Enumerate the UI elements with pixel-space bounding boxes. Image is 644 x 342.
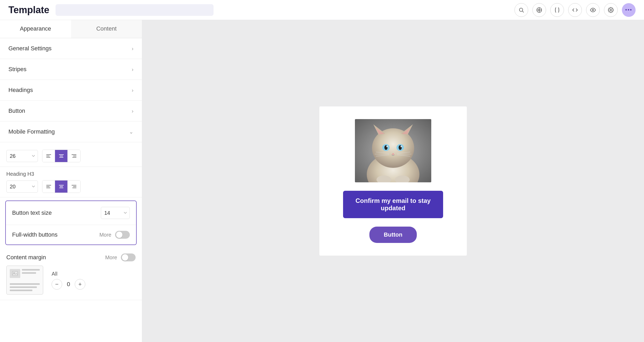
- content-margin-more-label: More: [105, 255, 117, 261]
- thumb-lines-top: [22, 269, 40, 274]
- button-text-size-label: Button text size: [12, 209, 52, 216]
- h3-align-right-button[interactable]: [68, 180, 80, 193]
- eye-icon-button[interactable]: [586, 3, 600, 17]
- confirm-email-button[interactable]: Confirm my email to stay updated: [343, 191, 443, 218]
- align-right-button[interactable]: [68, 150, 80, 162]
- margin-controls: All − 0 +: [6, 266, 136, 295]
- left-panel: Appearance Content General Settings › St…: [0, 20, 142, 342]
- above-h3-align-buttons: [42, 150, 81, 162]
- search-icon-button[interactable]: [514, 3, 528, 17]
- cat-svg: [355, 119, 431, 182]
- code-icon-button[interactable]: [568, 3, 582, 17]
- above-h3-size-select[interactable]: 26: [6, 150, 38, 162]
- content-margin-label: Content margin: [6, 254, 46, 261]
- grid-settings-icon-button[interactable]: [532, 3, 546, 17]
- preview-card: Confirm my email to stay updated Button: [319, 106, 467, 256]
- cat-image: [355, 119, 431, 182]
- settings-list: General Settings › Stripes › Headings › …: [0, 38, 142, 342]
- full-width-toggle[interactable]: [115, 231, 130, 239]
- all-label: All: [52, 271, 85, 277]
- tab-content[interactable]: Content: [71, 20, 142, 38]
- thumb-lines-bottom: [10, 283, 40, 291]
- settings-item-general[interactable]: General Settings ›: [0, 38, 142, 59]
- svg-point-3: [538, 9, 540, 11]
- above-h3-section: 26: [0, 142, 142, 167]
- svg-point-0: [519, 8, 523, 11]
- header: Template •••: [0, 0, 644, 20]
- h3-size-select[interactable]: 20: [6, 180, 38, 193]
- search-bar[interactable]: [56, 4, 214, 16]
- stepper-decrement-button[interactable]: −: [52, 279, 62, 290]
- svg-line-1: [522, 11, 524, 12]
- h3-align-buttons: [42, 180, 81, 193]
- header-icons: •••: [514, 3, 636, 17]
- svg-rect-28: [12, 271, 18, 276]
- h3-align-left-button[interactable]: [42, 180, 55, 193]
- full-width-buttons-label: Full-width buttons: [12, 231, 57, 238]
- svg-point-42: [386, 146, 388, 147]
- svg-point-8: [592, 9, 594, 11]
- h3-align-center-button[interactable]: [55, 180, 68, 193]
- content-margin-controls: More: [105, 253, 136, 261]
- gear-icon-button[interactable]: [604, 3, 618, 17]
- main-layout: Appearance Content General Settings › St…: [0, 20, 644, 342]
- button-text-size-controls: 14: [101, 207, 130, 219]
- margin-thumbnail: [6, 266, 43, 295]
- chevron-right-icon: ›: [132, 46, 133, 52]
- settings-item-stripes[interactable]: Stripes ›: [0, 59, 142, 80]
- heading-h3-section: Heading H3 20: [0, 167, 142, 197]
- tab-appearance[interactable]: Appearance: [0, 20, 71, 38]
- margin-all-controls: All − 0 +: [52, 271, 85, 290]
- full-width-more-label: More: [99, 232, 111, 238]
- content-margin-header: Content margin More: [6, 253, 136, 261]
- button-text-size-row: Button text size 14: [6, 201, 136, 225]
- preview-area: Confirm my email to stay updated Button: [142, 20, 644, 342]
- align-left-button[interactable]: [42, 150, 55, 162]
- preview-button[interactable]: Button: [369, 227, 417, 243]
- content-margin-toggle[interactable]: [121, 253, 136, 261]
- page-title: Template: [8, 4, 49, 16]
- avatar-dots: •••: [625, 7, 632, 13]
- settings-item-button[interactable]: Button ›: [0, 101, 142, 121]
- chevron-right-icon: ›: [132, 87, 133, 93]
- full-width-buttons-controls: More: [99, 231, 130, 239]
- tab-bar: Appearance Content: [0, 20, 142, 38]
- svg-point-9: [610, 9, 612, 11]
- settings-item-mobile-formatting[interactable]: Mobile Formatting ⌄: [0, 121, 142, 142]
- braces-icon-button[interactable]: [550, 3, 564, 17]
- chevron-right-icon: ›: [132, 108, 133, 114]
- chevron-down-icon: ⌄: [129, 129, 133, 135]
- content-margin-section: Content margin More: [0, 248, 142, 300]
- full-width-buttons-row: Full-width buttons More: [6, 225, 136, 245]
- heading-h3-label: Heading H3: [6, 171, 136, 177]
- stepper-increment-button[interactable]: +: [75, 279, 85, 290]
- svg-point-43: [400, 146, 402, 147]
- chevron-right-icon: ›: [132, 66, 133, 72]
- align-center-button[interactable]: [55, 150, 68, 162]
- thumb-image-icon: [10, 269, 20, 278]
- avatar-button[interactable]: •••: [622, 3, 636, 17]
- settings-item-headings[interactable]: Headings ›: [0, 80, 142, 101]
- stepper-value: 0: [65, 281, 72, 288]
- button-settings-highlighted: Button text size 14 Full-width buttons M…: [5, 201, 137, 245]
- button-text-size-select[interactable]: 14: [101, 207, 130, 219]
- stepper: − 0 +: [52, 279, 85, 290]
